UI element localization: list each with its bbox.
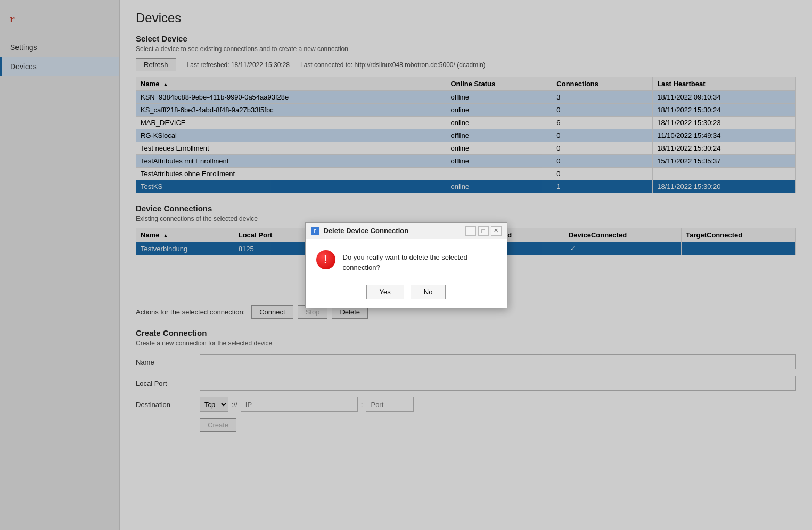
dialog-title: Delete Device Connection <box>324 227 409 235</box>
dialog-title-left: r Delete Device Connection <box>311 227 409 235</box>
dialog-yes-button[interactable]: Yes <box>366 285 404 299</box>
dialog-close-button[interactable]: ✕ <box>491 226 502 236</box>
dialog-minimize-button[interactable]: ─ <box>465 226 476 236</box>
delete-dialog: r Delete Device Connection ─ □ ✕ ! Do yo… <box>305 222 507 308</box>
dialog-buttons: Yes No <box>306 280 507 308</box>
dialog-maximize-button[interactable]: □ <box>478 226 489 236</box>
dialog-title-buttons: ─ □ ✕ <box>465 226 502 236</box>
dialog-no-button[interactable]: No <box>411 285 446 299</box>
dialog-app-icon: r <box>311 227 319 235</box>
dialog-warning-icon: ! <box>316 250 335 269</box>
dialog-body: ! Do you really want to delete the selec… <box>306 239 507 280</box>
dialog-message: Do you really want to delete the selecte… <box>343 250 467 273</box>
dialog-overlay: r Delete Device Connection ─ □ ✕ ! Do yo… <box>0 0 812 530</box>
dialog-title-bar: r Delete Device Connection ─ □ ✕ <box>306 223 507 239</box>
